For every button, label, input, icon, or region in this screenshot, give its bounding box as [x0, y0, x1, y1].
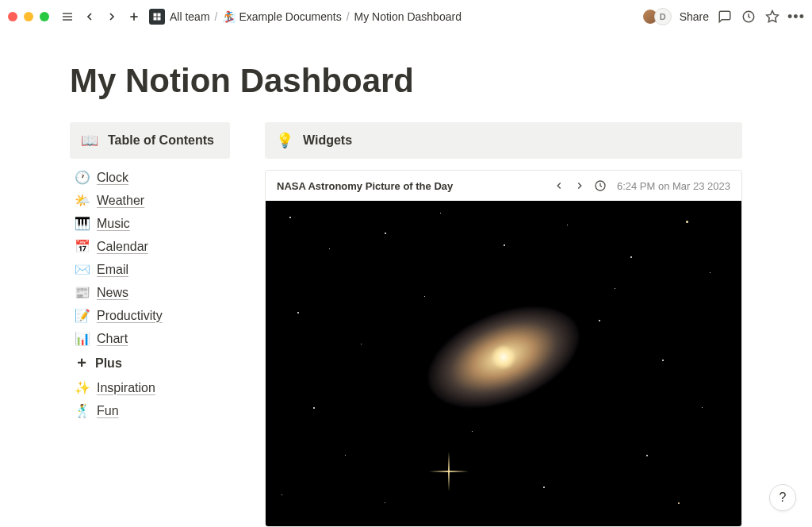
toc-item-label: Music — [97, 217, 130, 231]
star-graphic — [282, 494, 282, 495]
toc-item-clock[interactable]: 🕐 Clock — [75, 170, 230, 185]
star-graphic — [678, 502, 680, 504]
folder-emoji-icon: 🏂 — [222, 10, 236, 23]
toc-item-weather[interactable]: 🌤️ Weather — [75, 193, 230, 208]
toc-item-news[interactable]: 📰 News — [75, 285, 230, 300]
workspace-icon[interactable] — [149, 9, 165, 25]
comments-icon[interactable] — [717, 9, 733, 25]
topbar-right: D Share ••• — [642, 8, 804, 25]
window-traffic-lights — [8, 12, 49, 21]
forward-button[interactable] — [103, 8, 121, 25]
toc-item-music[interactable]: 🎹 Music — [75, 216, 230, 231]
star-graphic — [686, 221, 688, 223]
star-graphic — [297, 312, 299, 314]
prev-day-button[interactable] — [552, 179, 566, 193]
toc-item-chart[interactable]: 📊 Chart — [75, 331, 230, 346]
apod-widget-header: NASA Astronomy Picture of the Day 6:24 P… — [266, 171, 741, 201]
star-graphic — [567, 225, 568, 225]
star-graphic — [440, 213, 441, 213]
page-content: My Notion Dashboard 📖 Table of Contents … — [0, 33, 812, 527]
news-emoji-icon: 📰 — [75, 285, 90, 300]
back-button[interactable] — [81, 8, 98, 25]
toc-item-label: Chart — [97, 332, 128, 346]
breadcrumb-folder[interactable]: 🏂 Example Documents — [222, 10, 341, 23]
clock-emoji-icon: 🕐 — [75, 170, 90, 185]
dance-emoji-icon: 🕺 — [75, 403, 90, 418]
star-graphic — [289, 217, 291, 218]
toc-item-email[interactable]: ✉️ Email — [75, 262, 230, 277]
updates-clock-icon[interactable] — [741, 9, 756, 25]
toc-list: 🕐 Clock 🌤️ Weather 🎹 Music 📅 Calendar ✉️ — [70, 170, 230, 418]
columns: 📖 Table of Contents 🕐 Clock 🌤️ Weather 🎹… — [70, 122, 742, 527]
sparkle-emoji-icon: ✨ — [75, 380, 90, 395]
star-graphic — [646, 455, 648, 456]
music-emoji-icon: 🎹 — [75, 216, 90, 231]
breadcrumb: All team / 🏂 Example Documents / My Noti… — [170, 10, 462, 23]
breadcrumb-folder-label: Example Documents — [239, 10, 341, 23]
star-graphic — [448, 471, 450, 472]
avatar: D — [654, 8, 672, 25]
star-graphic — [313, 407, 315, 409]
svg-rect-6 — [158, 13, 161, 17]
toc-item-label: Email — [97, 263, 128, 277]
breadcrumb-separator: / — [347, 10, 350, 23]
toc-item-label: Plus — [95, 356, 122, 371]
svg-rect-5 — [154, 13, 157, 17]
toc-item-label: Weather — [97, 194, 144, 208]
page-title[interactable]: My Notion Dashboard — [70, 62, 742, 100]
star-graphic — [702, 407, 703, 408]
plus-icon: + — [75, 354, 89, 372]
toc-item-fun[interactable]: 🕺 Fun — [75, 403, 230, 418]
topbar: All team / 🏂 Example Documents / My Noti… — [0, 0, 812, 33]
next-day-button[interactable] — [573, 179, 587, 193]
productivity-emoji-icon: 📝 — [75, 308, 90, 323]
star-graphic — [472, 431, 473, 432]
menu-icon[interactable] — [59, 8, 76, 25]
breadcrumb-workspace[interactable]: All team — [170, 10, 210, 23]
toc-item-label: Inspiration — [97, 381, 155, 395]
favorite-star-icon[interactable] — [764, 9, 780, 25]
presence-avatars[interactable]: D — [642, 8, 672, 25]
star-graphic — [630, 256, 632, 258]
galaxy-graphic — [414, 287, 594, 427]
chart-emoji-icon: 📊 — [75, 331, 90, 346]
star-graphic — [424, 296, 425, 297]
svg-rect-8 — [158, 17, 161, 21]
star-graphic — [329, 248, 330, 249]
toc-item-plus[interactable]: + Plus — [75, 354, 230, 372]
maximize-window-button[interactable] — [40, 12, 49, 21]
widgets-header-title: Widgets — [303, 133, 352, 148]
calendar-emoji-icon: 📅 — [75, 239, 90, 254]
star-graphic — [710, 272, 710, 273]
new-page-button[interactable] — [125, 8, 143, 25]
minimize-window-button[interactable] — [24, 12, 33, 21]
toc-item-label: Calendar — [97, 240, 148, 254]
star-graphic — [385, 502, 385, 503]
share-button[interactable]: Share — [680, 10, 709, 23]
toc-item-label: Clock — [97, 171, 128, 185]
toc-item-productivity[interactable]: 📝 Productivity — [75, 308, 230, 323]
toc-item-inspiration[interactable]: ✨ Inspiration — [75, 380, 230, 395]
widgets-header[interactable]: 💡 Widgets — [265, 122, 742, 159]
svg-marker-10 — [767, 11, 779, 22]
star-graphic — [615, 288, 615, 289]
more-options-icon[interactable]: ••• — [788, 9, 804, 25]
toc-item-calendar[interactable]: 📅 Calendar — [75, 239, 230, 254]
help-button[interactable]: ? — [769, 484, 796, 511]
toc-item-label: News — [97, 286, 128, 300]
apod-image[interactable] — [266, 201, 741, 526]
lightbulb-icon: 💡 — [276, 132, 293, 149]
breadcrumb-page[interactable]: My Notion Dashboard — [354, 10, 462, 23]
weather-emoji-icon: 🌤️ — [75, 193, 90, 208]
apod-widget-title: NASA Astronomy Picture of the Day — [277, 180, 453, 192]
apod-timestamp: 6:24 PM on Mar 23 2023 — [617, 180, 730, 192]
toc-header[interactable]: 📖 Table of Contents — [70, 122, 230, 159]
star-graphic — [543, 487, 545, 488]
star-graphic — [345, 455, 346, 456]
star-graphic — [504, 244, 505, 246]
toc-column: 📖 Table of Contents 🕐 Clock 🌤️ Weather 🎹… — [70, 122, 230, 527]
close-window-button[interactable] — [8, 12, 17, 21]
toc-item-label: Productivity — [97, 309, 163, 323]
book-icon: 📖 — [81, 132, 98, 149]
star-graphic — [662, 360, 664, 361]
